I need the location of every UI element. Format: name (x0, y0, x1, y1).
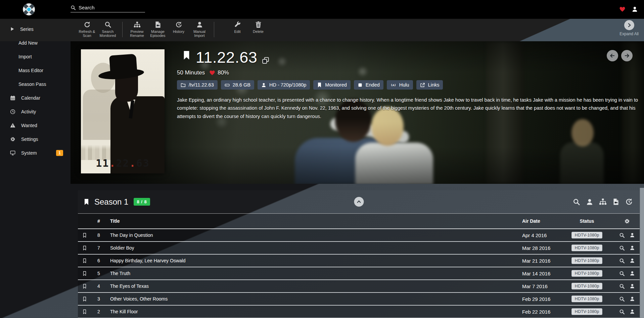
copy-icon[interactable] (262, 57, 269, 64)
chip-label: Monitored (325, 82, 347, 88)
sidebar-item-label: Settings (21, 137, 38, 142)
search-monitored-button[interactable]: Search Monitored (97, 21, 118, 38)
episode-row[interactable]: 2 The Kill Floor Feb 22 2016 HDTV-1080p (78, 306, 640, 318)
expand-all-button[interactable]: Expand All (619, 20, 639, 36)
toolbar-divider (214, 22, 214, 37)
quality-badge: HDTV-1080p (571, 232, 602, 238)
episode-interactive-search-icon[interactable] (630, 258, 635, 263)
sidebar-item-activity[interactable]: Activity (0, 105, 71, 118)
sidebar-item-season-pass[interactable]: Season Pass (0, 77, 71, 91)
episode-number: 7 (91, 245, 106, 251)
monitored-chip[interactable]: Monitored (313, 80, 350, 90)
sidebar-item-series[interactable]: Series (0, 22, 71, 36)
column-header-air-date[interactable]: Air Date (519, 218, 559, 224)
sidebar-item-calendar[interactable]: Calendar (0, 91, 71, 105)
file-video-icon (154, 21, 162, 28)
arrow-left-icon (609, 53, 615, 59)
poster-title-text: 11.22.63 (81, 157, 165, 169)
bookmark-outline-icon[interactable] (82, 309, 87, 315)
bookmark-outline-icon[interactable] (82, 258, 87, 264)
collapse-season-button[interactable] (354, 197, 364, 207)
heart-icon[interactable] (619, 6, 626, 12)
delete-button[interactable]: Delete (248, 21, 269, 34)
episode-interactive-search-icon[interactable] (630, 232, 635, 238)
previous-series-button[interactable] (607, 50, 618, 61)
season-interactive-search-icon[interactable] (586, 198, 593, 206)
bookmark-outline-icon[interactable] (82, 283, 87, 289)
episode-search-icon[interactable] (619, 271, 625, 276)
episode-interactive-search-icon[interactable] (630, 271, 635, 276)
episode-row[interactable]: 8 The Day in Question Apr 4 2016 HDTV-10… (78, 229, 640, 242)
season-rename-icon[interactable] (599, 198, 607, 206)
bookmark-outline-icon[interactable] (82, 232, 87, 238)
column-header-number[interactable]: # (91, 218, 106, 224)
episode-search-icon[interactable] (619, 309, 625, 315)
history-button[interactable]: History (168, 21, 189, 34)
series-poster[interactable]: 11.22.63 (81, 49, 165, 173)
links-chip[interactable]: Links (416, 80, 443, 90)
sidebar-item-mass-editor[interactable]: Mass Editor (0, 63, 71, 77)
episode-row[interactable]: 5 The Truth Mar 14 2016 HDTV-1080p (78, 267, 640, 280)
quality-chip[interactable]: HD - 720p/1080p (258, 80, 310, 90)
sidebar-item-system[interactable]: System 1 (0, 146, 71, 160)
bookmark-outline-icon[interactable] (82, 245, 87, 251)
column-header-title[interactable]: Title (106, 218, 519, 224)
episode-search-icon[interactable] (619, 283, 625, 289)
episode-title[interactable]: Soldier Boy (106, 245, 519, 251)
episode-title[interactable]: Happy Birthday, Lee Harvey Oswald (106, 258, 519, 263)
episode-row[interactable]: 4 The Eyes of Texas Mar 7 2016 HDTV-1080… (78, 280, 640, 293)
season-search-icon[interactable] (573, 198, 580, 206)
toolbar-button-label: Manual Import (189, 30, 210, 38)
status-chip[interactable]: Ended (354, 80, 383, 90)
size-chip[interactable]: 28.6 GB (221, 80, 254, 90)
wrench-icon (234, 21, 241, 28)
search-input[interactable] (79, 5, 139, 10)
scrollbar-thumb[interactable] (640, 188, 644, 318)
episode-interactive-search-icon[interactable] (630, 245, 635, 251)
preview-rename-button[interactable]: Preview Rename (127, 21, 147, 38)
sidebar-item-settings[interactable]: Settings (0, 132, 71, 146)
bookmark-outline-icon[interactable] (82, 296, 87, 302)
season-history-icon[interactable] (625, 198, 633, 206)
episode-title[interactable]: The Truth (106, 271, 519, 276)
episode-interactive-search-icon[interactable] (630, 283, 635, 289)
episode-search-icon[interactable] (619, 232, 625, 238)
arrow-right-icon (624, 53, 630, 59)
chevron-up-icon (356, 199, 361, 204)
episode-search-icon[interactable] (619, 258, 625, 264)
episode-title[interactable]: The Day in Question (106, 232, 519, 238)
next-series-button[interactable] (621, 50, 633, 61)
episode-interactive-search-icon[interactable] (630, 309, 635, 314)
refresh-scan-button[interactable]: Refresh & Scan (77, 21, 97, 38)
column-header-status[interactable]: Status (559, 218, 614, 224)
episode-title[interactable]: The Eyes of Texas (106, 283, 519, 289)
episode-interactive-search-icon[interactable] (630, 296, 635, 302)
edit-button[interactable]: Edit (227, 21, 248, 34)
episode-row[interactable]: 3 Other Voices, Other Rooms Feb 29 2016 … (78, 293, 640, 306)
sidebar-item-label: Season Pass (18, 82, 46, 87)
sidebar-item-import[interactable]: Import (0, 50, 71, 63)
sidebar-item-label: Add New (18, 40, 38, 46)
bookmark-outline-icon[interactable] (82, 270, 87, 277)
episode-search-icon[interactable] (619, 296, 625, 302)
chip-label: /tv/11.22.63 (189, 82, 214, 88)
season-manage-episodes-icon[interactable] (612, 198, 619, 205)
broadcast-icon (390, 83, 396, 88)
system-badge: 1 (56, 150, 63, 156)
episode-title[interactable]: The Kill Floor (106, 309, 519, 314)
bookmark-icon[interactable] (83, 197, 90, 207)
episode-title[interactable]: Other Voices, Other Rooms (106, 296, 519, 302)
path-chip[interactable]: /tv/11.22.63 (177, 80, 218, 90)
episode-search-icon[interactable] (619, 245, 625, 251)
sidebar-item-add-new[interactable]: Add New (0, 36, 71, 50)
network-chip[interactable]: Hulu (387, 80, 413, 90)
table-options-gear-icon[interactable] (624, 218, 630, 224)
episode-row[interactable]: 7 Soldier Boy Mar 28 2016 HDTV-1080p (78, 242, 640, 255)
episode-row[interactable]: 6 Happy Birthday, Lee Harvey Oswald Mar … (78, 255, 640, 267)
sidebar-item-wanted[interactable]: Wanted (0, 118, 71, 132)
manual-import-button[interactable]: Manual Import (189, 21, 210, 38)
sonarr-logo-icon[interactable] (22, 3, 35, 16)
user-icon[interactable] (632, 6, 638, 12)
manage-episodes-button[interactable]: Manage Episodes (147, 21, 168, 38)
season-card: Season 1 8 / 8 # Title Air Date Status (78, 190, 640, 318)
